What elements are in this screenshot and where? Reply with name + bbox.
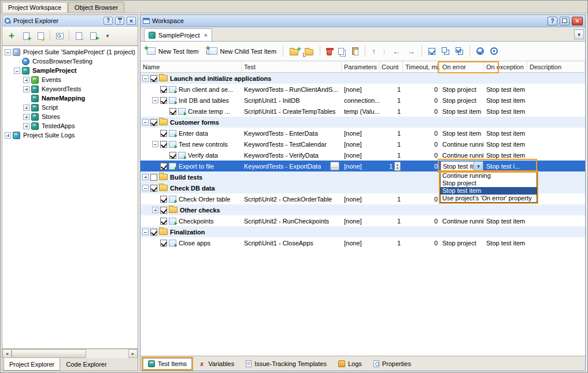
on-error-cell[interactable]: Continue running: [440, 139, 484, 150]
row-checkbox[interactable]: [160, 97, 167, 104]
dropdown-option-stop-project[interactable]: Stop project: [441, 180, 537, 187]
expand-icon[interactable]: [23, 123, 29, 129]
collapse-icon[interactable]: [142, 75, 149, 81]
toolbar-options-button[interactable]: [101, 29, 114, 42]
parameters-cell[interactable]: [none]: [342, 161, 379, 171]
tree-item-testedapps[interactable]: TestedApps: [2, 121, 138, 130]
expand-icon[interactable]: [142, 174, 149, 180]
move-left-button[interactable]: [390, 46, 403, 57]
test-cell[interactable]: KeywordTests - ExportData: [242, 161, 342, 171]
on-exception-cell[interactable]: Stop test i...: [484, 161, 527, 171]
pin-button[interactable]: [115, 17, 124, 25]
on-error-combobox[interactable]: Stop test item: [441, 161, 483, 171]
row-checkbox[interactable]: [160, 163, 167, 170]
disable-selected-button[interactable]: [488, 46, 500, 57]
group-row-customer-forms[interactable]: Customer forms: [140, 117, 585, 128]
tree-item-project-suite-sampleproject-1-project[interactable]: Project Suite 'SampleProject' (1 project…: [2, 47, 138, 57]
delete-button[interactable]: [324, 46, 334, 57]
description-cell[interactable]: [527, 128, 585, 139]
timeout-cell[interactable]: 0: [403, 84, 440, 95]
add-project-button[interactable]: [5, 29, 18, 42]
timeout-cell[interactable]: 0: [403, 161, 440, 171]
row-checkbox[interactable]: [150, 119, 157, 126]
move-right-button[interactable]: [405, 46, 417, 57]
count-cell[interactable]: 1: [379, 128, 403, 139]
help-button[interactable]: [103, 17, 113, 25]
parameters-cell[interactable]: [none]: [342, 150, 379, 161]
test-item-row-test-new-controls[interactable]: Test new controlsKeywordTests - TestCale…: [140, 139, 585, 150]
count-cell[interactable]: 1: [379, 215, 403, 226]
parameters-cell[interactable]: temp (Valu...: [342, 106, 379, 117]
test-cell[interactable]: Script\Unit1 - InitDB: [242, 95, 342, 106]
tab-properties[interactable]: Properties: [368, 358, 416, 370]
test-cell[interactable]: Script\Unit1 - CreateTempTables: [242, 106, 342, 117]
group-row-launch-and-initialize-applications[interactable]: Launch and initialize applications: [140, 73, 585, 84]
description-cell[interactable]: [527, 95, 585, 106]
column-header-test[interactable]: Test: [242, 61, 342, 72]
column-header-parameters[interactable]: Parameters: [342, 61, 379, 72]
tab-code-explorer[interactable]: Code Explorer: [60, 358, 112, 371]
column-header-count[interactable]: Count: [379, 61, 403, 72]
new-child-test-item-button[interactable]: New Child Test Item: [203, 46, 279, 57]
tree-item-events[interactable]: Events: [2, 75, 138, 84]
count-cell[interactable]: 1: [379, 95, 403, 106]
column-header-on-error[interactable]: On error: [440, 61, 484, 72]
test-item-row-create-temp[interactable]: Create temp ...Script\Unit1 - CreateTemp…: [140, 106, 585, 117]
on-error-cell[interactable]: Stop project: [440, 84, 484, 95]
check-children-button[interactable]: [453, 46, 465, 57]
row-checkbox[interactable]: [160, 240, 167, 247]
collapse-icon[interactable]: [14, 68, 20, 74]
ellipsis-button[interactable]: [330, 162, 339, 170]
parameters-cell[interactable]: [none]: [342, 139, 379, 150]
workspace-help-button[interactable]: [548, 17, 557, 25]
count-cell[interactable]: 1: [379, 161, 403, 171]
tab-variables[interactable]: Variables: [193, 358, 239, 370]
tab-project-workspace[interactable]: Project Workspace: [2, 2, 68, 13]
edit-item-button[interactable]: [34, 29, 47, 42]
workspace-restore-button[interactable]: [560, 17, 569, 25]
on-exception-cell[interactable]: Stop test item: [484, 215, 527, 226]
count-cell[interactable]: 1: [379, 193, 403, 204]
column-header-timeout-mi[interactable]: Timeout, mi...: [403, 61, 440, 72]
expand-icon[interactable]: [23, 114, 29, 120]
expand-icon[interactable]: [5, 132, 11, 139]
tree-item-crossbrowsertesting[interactable]: CrossBrowserTesting: [2, 57, 138, 66]
tab-logs[interactable]: Logs: [333, 358, 367, 370]
tab-project-explorer-bottom[interactable]: Project Explorer: [3, 358, 60, 371]
check-all-button[interactable]: [426, 46, 438, 57]
enable-selected-button[interactable]: [474, 46, 486, 57]
add-new-item-button[interactable]: [20, 29, 32, 42]
close-panel-button[interactable]: [127, 17, 136, 25]
expand-icon[interactable]: [23, 86, 29, 92]
tree-item-keywordtests[interactable]: KeywordTests: [2, 84, 138, 94]
explorer-view-button[interactable]: [53, 29, 66, 42]
row-checkbox[interactable]: [160, 130, 167, 137]
count-cell[interactable]: 1: [379, 84, 403, 95]
test-item-row-init-db-and-tables[interactable]: Init DB and tablesScript\Unit1 - InitDBc…: [140, 95, 585, 106]
timeout-cell[interactable]: 0: [403, 139, 440, 150]
count-cell[interactable]: 1: [379, 150, 403, 161]
tree-item-namemapping[interactable]: NameMapping: [2, 94, 138, 103]
test-cell[interactable]: Script\Unit1 - CloseApps: [242, 237, 342, 248]
timeout-cell[interactable]: 0: [403, 237, 440, 248]
tree-item-stores[interactable]: Stores: [2, 112, 138, 121]
row-checkbox[interactable]: [150, 75, 157, 82]
group-row-finalization[interactable]: Finalization: [140, 226, 585, 237]
parameters-cell[interactable]: [none]: [342, 237, 379, 248]
tab-issue-tracking-templates[interactable]: Issue-Tracking Templates: [241, 358, 332, 370]
import-button[interactable]: [72, 29, 85, 42]
timeout-cell[interactable]: 0: [403, 215, 440, 226]
on-error-cell[interactable]: Stop test item: [440, 106, 484, 117]
new-test-item-button[interactable]: New Test Item: [145, 46, 201, 57]
on-exception-cell[interactable]: Stop test item: [484, 84, 527, 95]
row-checkbox[interactable]: [150, 185, 157, 192]
collapse-icon[interactable]: [5, 49, 11, 55]
dropdown-option-continue-running[interactable]: Continue running: [441, 172, 537, 180]
row-checkbox[interactable]: [150, 174, 157, 181]
collapse-icon[interactable]: [142, 185, 149, 191]
test-cell[interactable]: Script\Unit2 - CheckOrderTable: [242, 193, 342, 204]
row-checkbox[interactable]: [160, 141, 167, 148]
parameters-cell[interactable]: [none]: [342, 84, 379, 95]
test-cell[interactable]: KeywordTests - VerifyData: [242, 150, 342, 161]
tree-item-project-suite-logs[interactable]: Project Suite Logs: [2, 130, 138, 140]
